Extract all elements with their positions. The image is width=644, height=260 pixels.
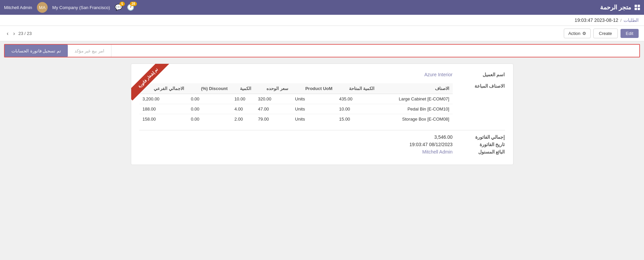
cell-product: [E-COM10] Pedal Bin bbox=[378, 104, 453, 114]
date-label: تاريخ الفاتورة bbox=[458, 142, 505, 147]
action-label: Action bbox=[568, 31, 580, 36]
pagination: 23 / 23 ‹ › bbox=[5, 30, 32, 37]
messages-count: 5 bbox=[119, 2, 125, 6]
breadcrumb-separator: / bbox=[620, 18, 622, 23]
cell-subtotal: 158.00 bbox=[139, 114, 188, 124]
products-table: الاصناف الكمية المتاحة Product UoM سعر ا… bbox=[139, 83, 453, 124]
cell-product: [E-COM08] Storage Box bbox=[378, 114, 453, 124]
create-button[interactable]: Create bbox=[593, 29, 618, 38]
app-name: متجر الرحمة bbox=[600, 4, 631, 11]
form-card: تم إشعار فاتورة اسم العميل Azure Interio… bbox=[131, 63, 513, 165]
status-bar-space bbox=[111, 45, 639, 57]
breadcrumb: الطلبات / 2023-08-12 19:03:47 bbox=[0, 15, 644, 26]
products-row: الاصناف المباعة الاصناف الكمية المتاحة P… bbox=[139, 83, 505, 124]
breadcrumb-parent[interactable]: الطلبات bbox=[624, 17, 639, 23]
col-unit-price: سعر الوحده bbox=[255, 83, 292, 94]
products-table-wrapper: الاصناف الكمية المتاحة Product UoM سعر ا… bbox=[139, 83, 453, 124]
cell-available-qty: 15.00 bbox=[336, 114, 378, 124]
status-unconfirmed-button[interactable]: امر بيع غير مؤكد bbox=[68, 45, 111, 57]
top-navigation: متجر الرحمة 🕐 28 💬 5 My Company (San Fra… bbox=[0, 0, 644, 15]
cell-subtotal: 3,200.00 bbox=[139, 94, 188, 104]
date-value: 08/12/2023 19:03:47 bbox=[409, 142, 452, 147]
salesperson-value[interactable]: Mitchell Admin bbox=[422, 149, 452, 155]
col-available-qty: الكمية المتاحة bbox=[336, 83, 378, 94]
nav-left: متجر الرحمة bbox=[600, 4, 640, 11]
salesperson-row: البائع المسنول Mitchell Admin bbox=[139, 149, 505, 155]
status-bar: امر بيع غير مؤكد تم تسجيل فاتورة الحسابا… bbox=[4, 44, 640, 57]
table-row: [E-COM08] Storage Box 15.00 Units 79.00 … bbox=[139, 114, 453, 124]
table-header-row: الاصناف الكمية المتاحة Product UoM سعر ا… bbox=[139, 83, 453, 94]
col-product: الاصناف bbox=[378, 83, 453, 94]
cell-uom: Units bbox=[292, 104, 336, 114]
breadcrumb-current: 2023-08-12 19:03:47 bbox=[575, 17, 618, 23]
edit-button[interactable]: Edit bbox=[621, 29, 639, 38]
customer-row: اسم العميل Azure Interior bbox=[139, 72, 505, 77]
user-name[interactable]: Mitchell Admin bbox=[4, 5, 32, 10]
total-value: 3,546.00 bbox=[434, 134, 453, 140]
total-label: إجمالي الفاتورة bbox=[458, 134, 505, 140]
activity-badge[interactable]: 🕐 28 bbox=[127, 4, 134, 11]
grid-menu-icon[interactable] bbox=[635, 5, 640, 10]
cell-unit-price: 47.00 bbox=[255, 104, 292, 114]
customer-label: اسم العميل bbox=[458, 72, 505, 77]
cell-qty: 2.00 bbox=[231, 114, 254, 124]
status-invoiced-button[interactable]: تم تسجيل فاتورة الحسابات bbox=[5, 45, 68, 57]
cell-qty: 10.00 bbox=[231, 94, 254, 104]
activity-count: 28 bbox=[130, 2, 137, 6]
cell-discount: 0.00 bbox=[188, 94, 231, 104]
cell-uom: Units bbox=[292, 114, 336, 124]
main-content: تم إشعار فاتورة اسم العميل Azure Interio… bbox=[0, 60, 644, 175]
messages-badge[interactable]: 💬 5 bbox=[115, 4, 122, 11]
company-label[interactable]: My Company (San Francisco) bbox=[52, 5, 110, 10]
cell-subtotal: 188.00 bbox=[139, 104, 188, 114]
table-row: [E-COM07] Large Cabinet 435.00 Units 320… bbox=[139, 94, 453, 104]
customer-value[interactable]: Azure Interior bbox=[424, 72, 452, 77]
col-discount: Discount (%) bbox=[188, 83, 231, 94]
action-gear-icon: ⚙ bbox=[582, 31, 586, 36]
toolbar: Edit Create ⚙ Action 23 / 23 ‹ › bbox=[0, 26, 644, 41]
cell-discount: 0.00 bbox=[188, 114, 231, 124]
products-label: الاصناف المباعة bbox=[458, 83, 505, 89]
user-avatar[interactable]: MA bbox=[37, 2, 48, 13]
pagination-prev[interactable]: ‹ bbox=[12, 30, 16, 37]
cell-qty: 4.00 bbox=[231, 104, 254, 114]
date-row: تاريخ الفاتورة 08/12/2023 19:03:47 bbox=[139, 142, 505, 147]
app-logo: متجر الرحمة bbox=[600, 4, 631, 11]
col-uom: Product UoM bbox=[292, 83, 336, 94]
cell-product: [E-COM07] Large Cabinet bbox=[378, 94, 453, 104]
cell-discount: 0.00 bbox=[188, 104, 231, 114]
col-subtotal: الاجمالي الفرعي bbox=[139, 83, 188, 94]
salesperson-label: البائع المسنول bbox=[458, 149, 505, 155]
cell-unit-price: 320.00 bbox=[255, 94, 292, 104]
total-row: إجمالي الفاتورة 3,546.00 bbox=[139, 134, 505, 140]
pagination-text: 23 / 23 bbox=[18, 31, 32, 36]
cell-unit-price: 79.00 bbox=[255, 114, 292, 124]
totals-section: إجمالي الفاتورة 3,546.00 تاريخ الفاتورة … bbox=[139, 134, 505, 155]
col-qty: الكمية bbox=[231, 83, 254, 94]
cell-uom: Units bbox=[292, 94, 336, 104]
nav-right: 🕐 28 💬 5 My Company (San Francisco) MA M… bbox=[4, 2, 134, 13]
section-divider bbox=[139, 130, 505, 130]
action-button[interactable]: ⚙ Action bbox=[564, 29, 590, 38]
pagination-next[interactable]: › bbox=[5, 30, 10, 37]
table-row: [E-COM10] Pedal Bin 10.00 Units 47.00 4.… bbox=[139, 104, 453, 114]
cell-available-qty: 10.00 bbox=[336, 104, 378, 114]
cell-available-qty: 435.00 bbox=[336, 94, 378, 104]
